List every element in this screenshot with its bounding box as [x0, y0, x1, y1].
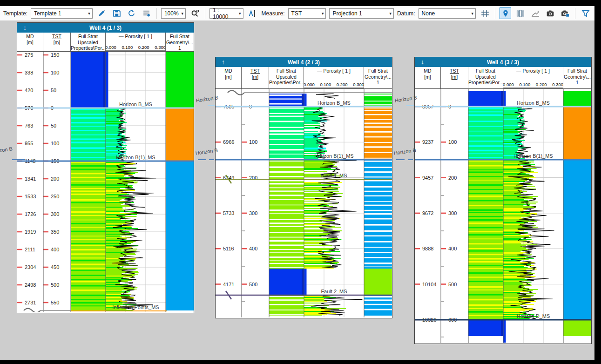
horizon-line-segment	[396, 159, 405, 160]
edit-template-icon[interactable]	[96, 7, 108, 19]
column-header-porosity[interactable]: — Porosity [ 1 ] 0.0000.1000.2000.300	[304, 67, 364, 88]
well-direction-arrow: ↓	[23, 23, 27, 33]
svg-text:1341: 1341	[25, 176, 36, 182]
vertical-scale-icon[interactable]	[247, 7, 258, 19]
filter-icon[interactable]	[580, 7, 591, 19]
column-header-geometry[interactable]: Full StratGeometry\...1	[166, 33, 194, 51]
horizon-label: Horizon B(1)_MS	[513, 153, 553, 159]
grid-icon[interactable]	[479, 7, 491, 19]
refresh-icon[interactable]	[126, 7, 137, 19]
horizon-label: Horizon B_MS	[517, 100, 550, 106]
column-header-md[interactable]: MD[m]	[415, 67, 441, 88]
svg-text:2111: 2111	[25, 247, 35, 252]
column-header-tst[interactable]: TST[m]	[242, 67, 269, 88]
log-settings-icon[interactable]	[141, 7, 152, 19]
column-header-md[interactable]: MD[m]	[216, 67, 242, 88]
well-header[interactable]: ↓ Well 4 (1 / 3)	[17, 23, 194, 33]
column-header-geometry[interactable]: Full StratGeometry\...1	[563, 67, 591, 88]
svg-text:200: 200	[448, 175, 457, 181]
projection-dropdown[interactable]: Projection 1 ▾	[329, 8, 394, 19]
svg-text:100: 100	[249, 139, 257, 145]
horizon-ext-label: Horizon B	[0, 146, 13, 155]
svg-text:5733: 5733	[223, 210, 234, 216]
column-header-upscaled[interactable]: Full StratUpscaledProperties\Por...	[71, 33, 106, 51]
snapshot-icon[interactable]	[544, 7, 556, 19]
svg-text:300: 300	[51, 211, 59, 217]
well-header[interactable]: ↑ Well 4 (2 / 3)	[216, 57, 392, 67]
toolbar: Template: Template 1 ▾ 100% ▾ 1 : 10000 …	[0, 6, 594, 21]
toolbar-separator	[205, 8, 205, 19]
measure-dropdown[interactable]: TST ▾	[288, 8, 326, 19]
porosity-axis-line	[304, 88, 364, 88]
porosity-legend-line: —	[119, 34, 124, 39]
trend-icon[interactable]	[529, 7, 541, 19]
toolbar-separator	[495, 8, 495, 19]
well-title: Well 4 (2 / 3)	[216, 59, 392, 66]
horizon-ext-label: Horizon B	[393, 147, 416, 156]
well-panel-2: ↑ Well 4 (2 / 3)MD[m]TST[m]Full StratUps…	[215, 57, 392, 318]
svg-text:1919: 1919	[25, 229, 36, 235]
wellhead-pin-icon[interactable]	[500, 7, 511, 19]
datum-dropdown-value: None	[422, 10, 435, 17]
svg-text:420: 420	[25, 88, 33, 93]
horizon-label: Horizon B_MS	[317, 100, 351, 106]
log-tracks[interactable]: 7585069661006349200573330051164004171500…	[216, 89, 392, 317]
scale-dropdown-value: 1 : 10000	[213, 7, 236, 20]
columns-icon[interactable]	[514, 7, 526, 19]
screen-edge-top	[0, 0, 601, 6]
svg-text:2304: 2304	[25, 264, 36, 270]
svg-text:338: 338	[25, 70, 33, 75]
svg-text:250: 250	[51, 194, 59, 199]
svg-text:763: 763	[25, 123, 33, 128]
column-header-porosity[interactable]: — Porosity [ 1 ] 0.0000.1000.2000.300	[503, 67, 563, 88]
datum-dropdown[interactable]: None ▾	[419, 8, 476, 19]
template-label: Template:	[3, 10, 27, 17]
snapshot-settings-icon[interactable]	[559, 7, 571, 19]
svg-text:550: 550	[51, 300, 59, 305]
svg-text:9888: 9888	[422, 246, 433, 251]
horizon-line-segment	[198, 159, 206, 160]
measure-label: Measure:	[262, 10, 285, 17]
svg-text:1726: 1726	[25, 211, 36, 217]
well-panel-1: ↓ Well 4 (1 / 3)MD[m]TST[m]Full StratUps…	[17, 22, 194, 313]
track-column-headers: MD[m]TST[m]Full StratUpscaledProperties\…	[216, 67, 392, 89]
well-header[interactable]: ↓ Well 4 (3 / 3)	[415, 57, 591, 67]
svg-text:500: 500	[51, 282, 59, 288]
zoom-dropdown-value: 100%	[164, 10, 179, 17]
svg-text:350: 350	[51, 229, 59, 235]
column-header-tst[interactable]: TST[m]	[43, 33, 71, 51]
column-header-md[interactable]: MD[m]	[17, 33, 43, 51]
scale-dropdown[interactable]: 1 : 10000 ▾	[209, 8, 243, 19]
svg-text:2498: 2498	[25, 282, 36, 288]
column-header-upscaled[interactable]: Full StratUpscaledProperties\Por...	[269, 67, 304, 88]
svg-text:955: 955	[25, 141, 33, 146]
save-icon[interactable]	[111, 7, 122, 19]
horizon-line-segment	[406, 105, 414, 106]
toolbar-separator	[575, 8, 575, 19]
horizon-label: Inflection Points_MS	[112, 304, 159, 310]
chevron-down-icon: ▾	[239, 11, 241, 16]
svg-text:500: 500	[448, 282, 457, 287]
log-tracks[interactable]: 2751503381004205057007635095510011481501…	[17, 52, 194, 312]
horizon-label: Fault 2_MS	[321, 289, 347, 294]
column-header-tst[interactable]: TST[m]	[441, 67, 468, 88]
svg-text:100: 100	[51, 141, 59, 146]
svg-text:150: 150	[51, 52, 59, 58]
svg-text:400: 400	[249, 246, 257, 251]
log-tracks[interactable]: 8957092371009457200967230098884001010450…	[415, 89, 591, 343]
horizon-label: Horizon B(1)_MS	[116, 155, 155, 160]
screen-edge-bottom	[0, 360, 601, 364]
zoom-settings-icon[interactable]	[189, 7, 201, 19]
horizon-line-segment	[408, 159, 413, 160]
svg-text:9457: 9457	[422, 175, 433, 181]
column-header-geometry[interactable]: Full StratGeometry\...1	[364, 67, 392, 88]
svg-text:400: 400	[51, 247, 59, 252]
column-header-porosity[interactable]: — Porosity [ 1 ] 0.0000.1000.2000.300	[106, 33, 166, 51]
porosity-axis-ticks: 0.0000.1000.2000.300	[503, 82, 563, 87]
svg-text:9672: 9672	[422, 210, 433, 216]
template-dropdown[interactable]: Template 1 ▾	[31, 8, 93, 19]
column-header-upscaled[interactable]: Full StratUpscaledProperties\Por...	[468, 67, 503, 88]
zoom-dropdown[interactable]: 100% ▾	[161, 8, 186, 19]
svg-text:9237: 9237	[422, 139, 433, 145]
svg-text:1533: 1533	[25, 194, 36, 199]
